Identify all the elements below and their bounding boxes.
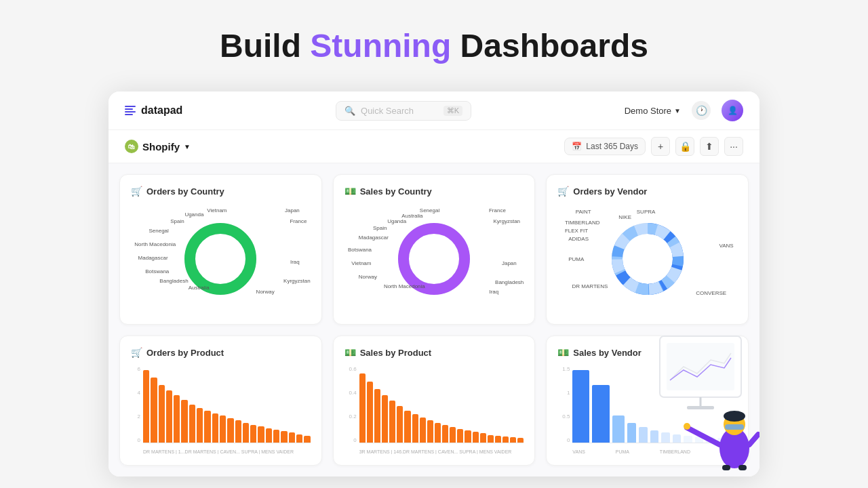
dashboard-container: datapad 🔍 Quick Search ⌘K Demo Store ▼ 🕐… — [108, 92, 760, 476]
y-label-1.5: 1.5 — [557, 366, 570, 372]
sales-country-label: Sales by Country — [360, 186, 432, 197]
sub-nav: 🛍 Shopify ▼ 📅 Last 365 Days + 🔒 ⬆ ··· — [108, 130, 760, 163]
store-selector[interactable]: Demo Store ▼ — [625, 106, 681, 116]
sc-label-france: France — [489, 207, 506, 214]
sc-label-madagascar: Madagascar — [359, 235, 389, 241]
sp-bar-8 — [412, 414, 418, 443]
svg-rect-21 — [738, 465, 747, 470]
y-axis: 6 4 2 0 — [131, 366, 140, 443]
bar-group-sales-product — [359, 366, 524, 443]
svg-rect-20 — [722, 465, 730, 470]
dashboard-grid: 🛒 Orders by Country Vietnam Uganda Spain… — [108, 163, 760, 476]
sv-bar-puma — [592, 385, 609, 443]
sv-bar-8 — [673, 434, 682, 443]
vendor-label: Orders by Vendor — [573, 186, 647, 197]
label-kyrgyz: Kyrgyzstan — [283, 278, 311, 284]
sp-bar-7 — [404, 411, 410, 443]
top-nav: datapad 🔍 Quick Search ⌘K Demo Store ▼ 🕐… — [108, 92, 760, 130]
date-range-selector[interactable]: 📅 Last 365 Days — [564, 138, 646, 155]
orders-vendor-chart: SUPRA NIKE PAINT TIMBERLAND FLEX FIT ADI… — [557, 205, 737, 313]
sv-bar-11 — [706, 437, 715, 443]
sc-label-japan: Japan — [502, 260, 517, 266]
x-label-timberland: TIMBERLAND — [660, 449, 690, 454]
bar-21 — [296, 434, 302, 443]
bar-group — [143, 366, 311, 443]
label-vietnam: Vietnam — [207, 207, 226, 214]
sp-bar-11 — [435, 423, 441, 443]
label-japan: Japan — [285, 207, 300, 214]
sp-bar-2 — [367, 382, 373, 443]
sales-by-vendor-card: 💵 Sales by Vendor 1.5 1 0.5 0 — [546, 336, 749, 466]
sc-label-botswana: Botswana — [348, 247, 372, 253]
sp-bar-12 — [442, 425, 448, 443]
ov-timberland: TIMBERLAND — [565, 220, 600, 226]
label-france: France — [290, 218, 307, 224]
y-label-2: 2 — [131, 413, 140, 420]
sales-country-donut-labels: Senegal France Australia Uganda Spain Ma… — [344, 205, 524, 313]
add-button[interactable]: + — [651, 137, 670, 156]
bar-19 — [281, 431, 287, 443]
sp-bar-20 — [502, 436, 509, 443]
sp-bar-4 — [382, 395, 388, 443]
ov-flexfit: FLEX FIT — [565, 228, 588, 234]
y-label-0-sv: 0 — [557, 437, 570, 443]
orders-by-vendor-card: 🛒 Orders by Vendor SUPRA NIKE PAINT TIMB… — [546, 174, 749, 325]
ov-converse: CONVERSE — [696, 290, 726, 296]
sc-label-north-mac: North Macedonia — [384, 283, 425, 289]
sc-label-spain: Spain — [373, 225, 387, 231]
share-button[interactable]: ⬆ — [700, 137, 719, 156]
orders-product-icon: 🛒 — [131, 347, 142, 358]
card-title-sales-vendor: 💵 Sales by Vendor — [557, 347, 737, 358]
sales-vendor-icon: 💵 — [557, 347, 569, 358]
y-label-0.5: 0.5 — [557, 413, 570, 420]
bar-12 — [227, 418, 233, 443]
bar-17 — [266, 428, 272, 443]
search-bar[interactable]: 🔍 Quick Search ⌘K — [336, 101, 471, 121]
bar-2 — [151, 378, 157, 443]
sales-vendor-chart: 1.5 1 0.5 0 — [557, 366, 737, 454]
bar-6 — [181, 400, 187, 443]
sc-label-bangladesh: Bangladesh — [495, 279, 524, 285]
y-label-1: 1 — [557, 390, 570, 396]
card-title-sales-country: 💵 Sales by Country — [344, 186, 524, 197]
ov-nike: NIKE — [618, 214, 631, 220]
sv-bar-7 — [661, 432, 670, 443]
clock-icon[interactable]: 🕐 — [692, 101, 711, 120]
search-placeholder: Quick Search — [361, 106, 414, 116]
sales-by-product-card: 💵 Sales by Product 0.6 0.4 0.2 0 — [333, 336, 536, 466]
more-button[interactable]: ··· — [724, 137, 743, 156]
avatar[interactable]: 👤 — [722, 100, 743, 121]
bar-4 — [166, 390, 172, 443]
search-icon: 🔍 — [344, 106, 355, 116]
bar-1 — [143, 370, 149, 443]
sales-country-icon: 💵 — [344, 186, 356, 197]
shopify-label: Shopify — [142, 141, 180, 152]
sv-bar-timb — [612, 415, 625, 443]
shopify-selector[interactable]: 🛍 Shopify ▼ — [125, 140, 191, 153]
orders-by-product-card: 🛒 Orders by Product 6 4 2 0 — [119, 336, 322, 466]
label-bangladesh: Bangladesh — [159, 278, 188, 284]
y-label-6: 6 — [131, 366, 140, 372]
x-axis-sales-vendor: VANS PUMA TIMBERLAND SUPRA — [572, 449, 737, 454]
label-australia: Australia — [189, 285, 210, 291]
card-title-orders-product: 🛒 Orders by Product — [131, 347, 311, 358]
ov-adidas: ADIDAS — [568, 236, 589, 242]
vendor-donut-labels: SUPRA NIKE PAINT TIMBERLAND FLEX FIT ADI… — [557, 205, 737, 313]
sales-product-chart: 0.6 0.4 0.2 0 — [344, 366, 524, 454]
orders-country-icon: 🛒 — [131, 186, 142, 197]
sv-bar-5 — [639, 427, 648, 443]
x-label-puma: PUMA — [616, 449, 629, 454]
vendor-icon: 🛒 — [557, 186, 569, 197]
sv-bar-9 — [684, 436, 692, 443]
bar-14 — [243, 423, 249, 443]
sp-bar-6 — [397, 406, 403, 443]
card-title: 🛒 Orders by Country — [131, 186, 311, 197]
y-axis-sales-vendor: 1.5 1 0.5 0 — [557, 366, 570, 443]
sales-vendor-label: Sales by Vendor — [573, 348, 641, 358]
bar-11 — [220, 415, 226, 443]
sp-bar-1 — [359, 373, 366, 443]
ov-puma: PUMA — [568, 256, 584, 262]
label-iraq: Iraq — [290, 259, 300, 265]
lock-button[interactable]: 🔒 — [675, 137, 694, 156]
bar-group-sales-vendor — [572, 366, 737, 443]
